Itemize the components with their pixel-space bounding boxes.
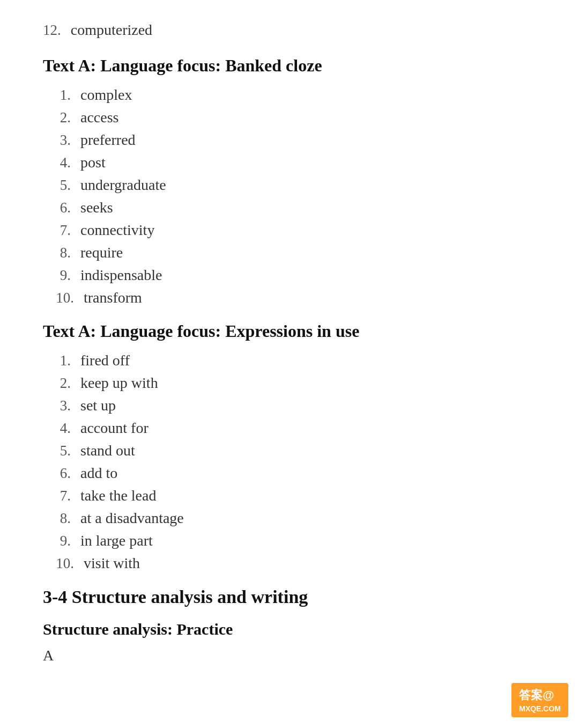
item-12: 12.computerized [43,21,536,39]
list-item: 3. set up [43,397,536,414]
list-number: 7. [43,222,71,239]
list-text: stand out [80,442,135,459]
list-item: 8. at a disadvantage [43,510,536,527]
watermark: 答案@ MXQE.COM [511,683,568,717]
list-number: 9. [43,267,71,284]
expressions-section: Text A: Language focus: Expressions in u… [43,321,536,572]
list-item: 10. transform [43,289,536,306]
list-number: 1. [43,352,71,369]
list-text: indispensable [80,267,162,284]
list-item: 5. stand out [43,442,536,459]
list-item: 4. account for [43,420,536,437]
list-item: 6. add to [43,465,536,482]
list-text: preferred [80,131,136,149]
list-text: fired off [80,352,130,369]
structure-section: 3-4 Structure analysis and writing Struc… [43,587,536,664]
list-text: connectivity [80,222,154,239]
list-number: 3. [43,132,71,149]
watermark-line1: 答案@ [519,688,554,702]
list-number: 5. [43,177,71,194]
list-number: 1. [43,87,71,104]
list-number: 5. [43,443,71,459]
list-text: account for [80,420,149,437]
structure-sub-heading: Structure analysis: Practice [43,620,536,638]
list-text: at a disadvantage [80,510,184,527]
list-number: 3. [43,398,71,414]
list-item: 9. indispensable [43,267,536,284]
list-text: access [80,109,119,126]
list-text: seeks [80,199,113,216]
banked-cloze-list: 1. complex 2. access 3. preferred 4. pos… [43,86,536,306]
list-text: keep up with [80,374,158,392]
list-number: 9. [43,533,71,549]
banked-cloze-section: Text A: Language focus: Banked cloze 1. … [43,56,536,306]
watermark-line2: MXQE.COM [519,704,561,713]
list-number: 10. [43,290,74,306]
list-text: complex [80,86,132,104]
list-item: 6. seeks [43,199,536,216]
list-text: in large part [80,532,153,549]
list-text: undergraduate [80,177,166,194]
list-text: require [80,244,123,261]
list-number: 7. [43,488,71,504]
list-item: 2. access [43,109,536,126]
list-item: 10. visit with [43,555,536,572]
structure-main-heading: 3-4 Structure analysis and writing [43,587,536,607]
list-item: 3. preferred [43,131,536,149]
list-item: 7. take the lead [43,487,536,504]
list-item: 7. connectivity [43,222,536,239]
expressions-heading: Text A: Language focus: Expressions in u… [43,321,536,341]
list-item: 1. fired off [43,352,536,369]
list-item: 8. require [43,244,536,261]
list-item: 5. undergraduate [43,177,536,194]
item-12-text: computerized [71,21,152,38]
list-item: 4. post [43,154,536,171]
list-text: post [80,154,106,171]
list-item: 9. in large part [43,532,536,549]
list-number: 2. [43,375,71,392]
list-number: 10. [43,555,74,572]
list-number: 8. [43,245,71,261]
list-text: add to [80,465,117,482]
list-number: 6. [43,465,71,482]
list-number: 4. [43,155,71,171]
list-number: 4. [43,420,71,437]
list-item: 1. complex [43,86,536,104]
list-number: 6. [43,200,71,216]
list-text: transform [84,289,142,306]
list-item: 2. keep up with [43,374,536,392]
list-number: 8. [43,510,71,527]
item-12-number: 12. [43,22,61,38]
expressions-list: 1. fired off 2. keep up with 3. set up 4… [43,352,536,572]
practice-label: A [43,647,536,664]
banked-cloze-heading: Text A: Language focus: Banked cloze [43,56,536,76]
list-text: set up [80,397,116,414]
list-text: visit with [84,555,140,572]
list-text: take the lead [80,487,156,504]
list-number: 2. [43,109,71,126]
